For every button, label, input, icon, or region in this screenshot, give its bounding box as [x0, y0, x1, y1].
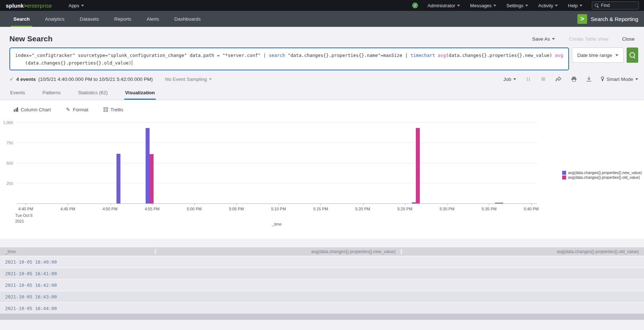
- event-count: ✓ 4 events (10/5/21 4:40:00.000 PM to 10…: [9, 76, 153, 82]
- date-time-range-dropdown[interactable]: Date time range: [572, 48, 624, 63]
- job-menu[interactable]: Job: [503, 77, 517, 82]
- caret-down-icon: [555, 5, 558, 7]
- format-button[interactable]: ✎ Format: [66, 107, 88, 112]
- legend-entry[interactable]: avg(data.changes{}.properties{}.new_valu…: [562, 170, 642, 175]
- topbar-menu-settings[interactable]: Settings: [506, 3, 528, 8]
- table-row[interactable]: 2021-10-05 16:41:00: [0, 267, 644, 279]
- gridline: [17, 163, 537, 163]
- search-icon: [629, 52, 636, 58]
- table-cell[interactable]: 2021-10-05 16:44:00: [0, 306, 155, 311]
- share-button[interactable]: [555, 76, 562, 82]
- x-tick-mark: [531, 203, 532, 205]
- run-search-button[interactable]: [627, 48, 638, 63]
- export-button[interactable]: [586, 76, 592, 82]
- table-row[interactable]: 2021-10-05 16:44:00: [0, 302, 644, 314]
- appnav-item-analytics[interactable]: Analytics: [37, 11, 72, 27]
- topbar-menu-help[interactable]: Help: [568, 3, 582, 8]
- search-query-input[interactable]: index="_configtracker" sourcetype="splun…: [9, 48, 569, 70]
- apps-menu[interactable]: Apps: [68, 3, 84, 8]
- create-table-view-button: Create Table View: [569, 36, 608, 42]
- appnav-item-alerts[interactable]: Alerts: [139, 11, 167, 27]
- table-cell[interactable]: 2021-10-05 16:43:00: [0, 294, 155, 300]
- table-column-header[interactable]: avg(data.changes{}.properties{}.new_valu…: [155, 249, 401, 254]
- x-tick-mark: [26, 203, 26, 205]
- query-line: index="_configtracker" sourcetype="splun…: [15, 51, 563, 59]
- bar-old-value[interactable]: [416, 128, 420, 203]
- appnav-item-reports[interactable]: Reports: [106, 11, 139, 27]
- save-as-button[interactable]: Save As: [532, 36, 555, 42]
- statistics-table: _timeavg(data.changes{}.properties{}.new…: [0, 247, 644, 314]
- pause-button[interactable]: [525, 76, 531, 82]
- share-icon: [556, 77, 561, 82]
- print-button[interactable]: [570, 76, 577, 82]
- close-button[interactable]: Close: [622, 36, 635, 42]
- app-nav-bar: SearchAnalyticsDatasetsReportsAlertsDash…: [0, 11, 644, 27]
- x-tick-mark: [68, 203, 68, 205]
- tab-statistics[interactable]: Statistics (62): [78, 86, 109, 100]
- query-token: avg: [555, 53, 563, 58]
- query-token: avg: [438, 53, 446, 58]
- y-tick-label: 750: [7, 141, 13, 145]
- caret-down-icon: [615, 54, 618, 56]
- x-tick-label: 4:55 PM: [145, 207, 159, 211]
- stop-icon: [541, 77, 545, 81]
- chart-type-button[interactable]: Column Chart: [14, 107, 51, 112]
- splunk-logo-arrow: >: [24, 3, 27, 9]
- find-input[interactable]: [601, 3, 633, 8]
- appnav-item-search[interactable]: Search: [6, 11, 37, 27]
- table-row[interactable]: 2021-10-05 16:43:00: [0, 290, 644, 302]
- bar-old-value[interactable]: [499, 203, 503, 203]
- printer-icon: [571, 77, 577, 82]
- table-row[interactable]: 2021-10-05 16:40:00: [0, 256, 644, 267]
- y-tick-label: 1,000: [3, 120, 13, 125]
- table-cell[interactable]: 2021-10-05 16:42:00: [0, 282, 155, 288]
- stop-button[interactable]: [540, 76, 547, 82]
- query-token: timechart: [410, 53, 435, 58]
- bar-new-value[interactable]: [146, 128, 150, 203]
- table-cell[interactable]: 2021-10-05 16:40:00: [0, 259, 155, 265]
- table-column-header[interactable]: _time: [0, 249, 155, 254]
- tab-visualization[interactable]: Visualization: [124, 86, 155, 100]
- check-icon: ✓: [9, 76, 14, 82]
- x-tick-label: 5:30 PM: [440, 207, 455, 211]
- y-tick-label: 250: [7, 181, 13, 186]
- column-chart: 2505007501,000 4:40 PMTue Oct 520214:45 …: [0, 117, 644, 234]
- query-token: [435, 53, 438, 58]
- search-bar-row: index="_configtracker" sourcetype="splun…: [0, 48, 644, 70]
- chart-y-axis: 2505007501,000: [0, 123, 14, 204]
- appnav-item-dashboards[interactable]: Dashboards: [167, 11, 208, 27]
- bar-new-value[interactable]: [412, 202, 416, 203]
- top-bar: splunk>enterprise Apps ✓ AdministratorMe…: [0, 0, 644, 11]
- query-token: "data.changes{}.properties{}.name"=maxSi…: [285, 53, 410, 58]
- job-status-row: ✓ 4 events (10/5/21 4:40:00.000 PM to 10…: [0, 70, 644, 86]
- search-mode-dropdown[interactable]: Smart Mode: [601, 77, 638, 82]
- gridline: [17, 122, 537, 123]
- table-column-header[interactable]: avg(data.changes{}.properties{}.old_valu…: [401, 249, 644, 254]
- appnav-item-datasets[interactable]: Datasets: [72, 11, 106, 27]
- topbar-menu-activity[interactable]: Activity: [538, 3, 558, 8]
- find-search-box[interactable]: [592, 1, 639, 9]
- table-bottom-partial-row: [0, 314, 644, 320]
- bar-old-value[interactable]: [150, 154, 154, 203]
- topbar-menu-messages[interactable]: Messages: [470, 3, 496, 8]
- bar-new-value[interactable]: [495, 203, 499, 203]
- table-cell[interactable]: 2021-10-05 16:41:00: [0, 271, 155, 276]
- bar-new-value[interactable]: [116, 154, 120, 203]
- legend-label: avg(data.changes{}.properties{}.new_valu…: [568, 170, 642, 175]
- caret-down-icon: [493, 5, 496, 7]
- health-status-icon[interactable]: ✓: [412, 3, 418, 8]
- search-icon: [595, 4, 599, 8]
- caret-down-icon: [81, 5, 84, 7]
- caret-down-icon: [525, 5, 528, 7]
- legend-entry[interactable]: avg(data.changes{}.properties{}.old_valu…: [562, 175, 642, 180]
- tab-patterns[interactable]: Patterns: [42, 86, 61, 100]
- x-tick-mark: [363, 203, 363, 205]
- event-sampling-dropdown[interactable]: No Event Sampling: [165, 77, 212, 82]
- topbar-menu-administrator[interactable]: Administrator: [427, 3, 460, 8]
- table-row[interactable]: 2021-10-05 16:42:00: [0, 279, 644, 290]
- app-logo[interactable]: >: [577, 14, 587, 24]
- query-token: search: [269, 53, 285, 58]
- trellis-button[interactable]: Trellis: [104, 107, 124, 112]
- x-tick-label: 5:10 PM: [271, 207, 286, 211]
- tab-events[interactable]: Events: [9, 86, 26, 100]
